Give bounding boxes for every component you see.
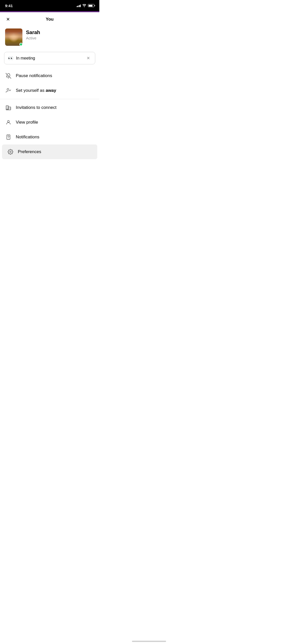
- profile-name: Sarah: [26, 30, 40, 35]
- status-time: 9:41: [5, 4, 13, 8]
- phone-bell-icon: [5, 134, 12, 140]
- profile-section: Sarah Active: [0, 25, 99, 51]
- modal-header: ✕ You: [0, 12, 99, 25]
- status-clear-button[interactable]: ✕: [85, 55, 91, 61]
- notifications-label: Notifications: [16, 135, 39, 140]
- menu-item-preferences[interactable]: Preferences: [2, 144, 97, 159]
- svg-point-1: [7, 89, 9, 90]
- menu-item-pause-notifications[interactable]: Pause notifications: [0, 68, 99, 83]
- preferences-label: Preferences: [18, 149, 41, 154]
- status-input-container[interactable]: 👀 In meeting ✕: [4, 52, 95, 64]
- status-input-left: 👀 In meeting: [8, 55, 35, 61]
- status-emoji: 👀: [8, 55, 13, 61]
- menu-divider-1: [0, 99, 99, 99]
- svg-rect-14: [7, 109, 8, 110]
- menu-item-view-profile[interactable]: View profile: [0, 115, 99, 130]
- avatar-container: [5, 28, 22, 46]
- online-status-dot: [19, 43, 23, 46]
- menu-section: Pause notifications Set yourself as away: [0, 68, 99, 161]
- person-icon: [5, 119, 12, 126]
- view-profile-label: View profile: [16, 120, 38, 125]
- bell-off-icon: [5, 72, 12, 79]
- status-icons: [77, 4, 94, 7]
- pause-notifications-label: Pause notifications: [16, 73, 52, 78]
- status-bar: 9:41: [0, 0, 99, 11]
- svg-rect-3: [8, 107, 11, 110]
- svg-point-18: [10, 151, 11, 153]
- wifi-icon: [82, 4, 86, 7]
- person-away-icon: [5, 87, 12, 94]
- menu-item-set-away[interactable]: Set yourself as away: [0, 83, 99, 98]
- profile-status-text: Active: [26, 36, 40, 40]
- close-button[interactable]: ✕: [4, 16, 12, 23]
- close-icon: ✕: [6, 17, 10, 22]
- battery-icon: [88, 4, 94, 7]
- gear-icon: [7, 149, 14, 155]
- modal-title: You: [46, 17, 54, 22]
- profile-info: Sarah Active: [26, 28, 40, 40]
- menu-item-invitations[interactable]: Invitations to connect: [0, 100, 99, 115]
- svg-point-15: [7, 121, 9, 122]
- svg-line-0: [6, 73, 11, 78]
- invitations-label: Invitations to connect: [16, 105, 57, 110]
- building-icon: [5, 104, 12, 111]
- menu-item-notifications[interactable]: Notifications: [0, 130, 99, 144]
- signal-icon: [77, 4, 81, 7]
- status-input-text: In meeting: [16, 56, 35, 61]
- set-away-label: Set yourself as away: [16, 88, 56, 93]
